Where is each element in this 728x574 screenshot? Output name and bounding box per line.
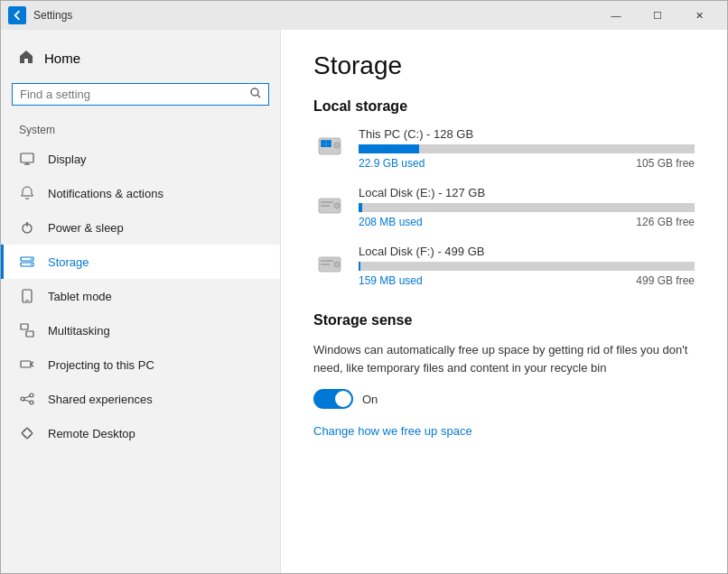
power-label: Power & sleep: [48, 221, 124, 235]
shared-label: Shared experiences: [48, 393, 153, 406]
drive-f-stats: 159 MB used 499 GB free: [359, 274, 695, 287]
remote-icon: [19, 425, 35, 441]
storage-sense-heading: Storage sense: [313, 312, 695, 329]
drive-c-item: This PC (C:) - 128 GB 22.9 GB used 105 G…: [313, 127, 695, 170]
drive-c-free: 105 GB free: [636, 157, 695, 170]
display-icon: [19, 151, 35, 167]
svg-rect-15: [21, 361, 31, 367]
drive-c-stats: 22.9 GB used 105 GB free: [359, 157, 695, 170]
window-title: Settings: [33, 9, 72, 22]
svg-line-27: [22, 430, 25, 433]
local-storage-heading: Local storage: [313, 98, 695, 115]
svg-line-28: [22, 433, 25, 437]
svg-rect-36: [327, 144, 331, 148]
projecting-label: Projecting to this PC: [48, 358, 154, 372]
svg-point-37: [334, 143, 340, 148]
drive-e-used[interactable]: 208 MB used: [359, 216, 423, 228]
svg-line-22: [24, 400, 30, 402]
page-title: Storage: [313, 51, 695, 80]
projecting-icon: [19, 356, 35, 373]
back-button[interactable]: [8, 6, 26, 24]
storage-icon: [19, 254, 35, 270]
svg-point-9: [31, 258, 33, 260]
svg-point-39: [334, 203, 340, 208]
main-panel: Storage Local storage: [281, 30, 727, 573]
drive-c-name: This PC (C:) - 128 GB: [359, 127, 695, 141]
svg-rect-41: [321, 205, 330, 207]
sidebar-item-shared[interactable]: Shared experiences: [1, 382, 280, 416]
svg-rect-13: [21, 324, 28, 329]
notifications-icon: [19, 185, 35, 201]
drive-c-info: This PC (C:) - 128 GB 22.9 GB used 105 G…: [359, 127, 695, 170]
drive-e-info: Local Disk (E:) - 127 GB 208 MB used 126…: [359, 186, 695, 228]
drive-c-bar: [359, 144, 695, 153]
drive-e-bar: [359, 203, 695, 212]
svg-rect-14: [26, 331, 33, 337]
svg-line-29: [29, 430, 33, 433]
drive-f-bar: [359, 262, 695, 271]
svg-point-10: [31, 264, 33, 265]
drive-f-info: Local Disk (F:) - 499 GB 159 MB used 499…: [359, 245, 695, 287]
svg-point-43: [334, 262, 340, 267]
drive-e-item: Local Disk (E:) - 127 GB 208 MB used 126…: [313, 186, 695, 228]
drive-f-used[interactable]: 159 MB used: [359, 274, 423, 287]
tablet-label: Tablet mode: [48, 290, 112, 303]
storage-label: Storage: [48, 255, 89, 269]
drive-e-name: Local Disk (E:) - 127 GB: [359, 186, 695, 199]
search-input[interactable]: [20, 88, 250, 101]
close-button[interactable]: ✕: [678, 1, 720, 30]
drive-c-fill: [359, 144, 419, 153]
multitasking-label: Multitasking: [48, 324, 110, 338]
sidebar-item-power[interactable]: Power & sleep: [1, 210, 280, 245]
sidebar-item-notifications[interactable]: Notifications & actions: [1, 176, 280, 210]
shared-icon: [19, 391, 35, 407]
minimize-button[interactable]: —: [595, 1, 637, 30]
sidebar-item-tablet[interactable]: Tablet mode: [1, 279, 280, 313]
titlebar: Settings — ☐ ✕: [1, 1, 727, 30]
svg-point-0: [251, 88, 258, 96]
sidebar-item-storage[interactable]: Storage: [1, 245, 280, 279]
sidebar-item-projecting[interactable]: Projecting to this PC: [1, 347, 280, 382]
change-link[interactable]: Change how we free up space: [313, 424, 472, 438]
drive-f-item: Local Disk (F:) - 499 GB 159 MB used 499…: [313, 245, 695, 287]
drive-e-stats: 208 MB used 126 GB free: [359, 216, 695, 228]
sidebar-item-multitasking[interactable]: Multitasking: [1, 313, 280, 347]
svg-rect-45: [321, 264, 330, 265]
drive-f-icon: [313, 246, 346, 279]
power-icon: [19, 219, 35, 236]
sidebar-item-remote[interactable]: Remote Desktop: [1, 416, 280, 450]
display-label: Display: [48, 153, 87, 166]
drive-c-used[interactable]: 22.9 GB used: [359, 157, 425, 170]
svg-line-1: [257, 95, 260, 97]
drive-c-icon: [313, 129, 346, 162]
sidebar: Home System Display No: [1, 30, 281, 573]
svg-point-18: [21, 397, 24, 401]
window-controls: — ☐ ✕: [595, 1, 720, 30]
tablet-icon: [19, 288, 35, 304]
svg-point-19: [30, 393, 33, 397]
drive-f-fill: [359, 262, 360, 271]
notifications-label: Notifications & actions: [48, 187, 163, 200]
multitasking-icon: [19, 322, 35, 338]
storage-sense-toggle[interactable]: [313, 389, 353, 409]
svg-rect-44: [321, 260, 333, 262]
svg-rect-40: [321, 201, 333, 203]
storage-list: This PC (C:) - 128 GB 22.9 GB used 105 G…: [313, 127, 695, 287]
sidebar-item-home[interactable]: Home: [1, 41, 280, 76]
drive-f-name: Local Disk (F:) - 499 GB: [359, 245, 695, 258]
storage-sense-description: Windows can automatically free up space …: [313, 341, 693, 376]
home-icon: [19, 50, 33, 67]
remote-label: Remote Desktop: [48, 427, 135, 440]
toggle-knob: [335, 391, 351, 407]
search-box[interactable]: [12, 83, 269, 106]
drive-e-fill: [359, 203, 362, 212]
app-content: Home System Display No: [1, 30, 727, 573]
storage-sense-toggle-row: On: [313, 389, 695, 409]
toggle-on-label: On: [362, 393, 378, 406]
svg-rect-33: [322, 141, 326, 144]
drive-f-free: 499 GB free: [636, 274, 695, 287]
svg-rect-2: [21, 153, 33, 162]
maximize-button[interactable]: ☐: [637, 1, 678, 30]
sidebar-item-display[interactable]: Display: [1, 142, 280, 176]
svg-point-20: [30, 401, 33, 404]
